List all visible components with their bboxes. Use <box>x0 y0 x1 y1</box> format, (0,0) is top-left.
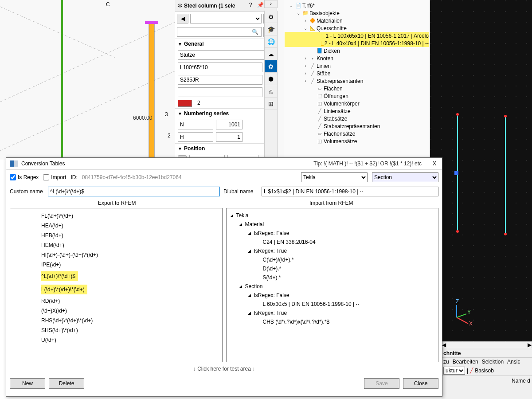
close-button[interactable]: Close <box>403 378 438 389</box>
import-checkbox[interactable]: Import <box>43 174 66 180</box>
list-item[interactable]: ^L(\d+)\*(\d+)$ <box>10 270 222 283</box>
tree-item[interactable]: ◢IsRegex: True <box>227 246 438 255</box>
export-list[interactable]: FL(\d+)\*(\d+)HEA(\d+)HEB(\d+)HEM(\d+)HI… <box>10 208 223 362</box>
tree-item[interactable]: ◢Material <box>227 220 438 229</box>
svg-text:C: C <box>106 1 110 8</box>
import-tree[interactable]: ◢Tekla◢Material◢IsRegex: FalseC24 | EN 3… <box>226 208 439 362</box>
nav-item[interactable]: ⌄📐Querschnitte <box>285 24 429 32</box>
num-lbl-1[interactable]: H <box>178 132 213 142</box>
dialog-close[interactable]: X <box>430 160 438 167</box>
tool-cube[interactable]: ⬢ <box>265 73 277 85</box>
nav-item[interactable]: 📘Dicken <box>285 47 429 55</box>
viewport-3d[interactable]: Z X Y <box>430 0 532 348</box>
nav-item[interactable]: ▱Flächensätze <box>285 130 429 137</box>
nav-item[interactable]: ›╱Linien <box>285 62 429 70</box>
list-item[interactable]: RD(\d+) <box>10 296 222 306</box>
type-select[interactable]: Section <box>372 172 438 182</box>
new-button[interactable]: New <box>10 378 45 389</box>
isregex-checkbox[interactable]: Is Regex <box>10 174 39 180</box>
nav-item[interactable]: ›╱Stäbe <box>285 70 429 77</box>
name-input[interactable] <box>178 50 274 60</box>
pin-icon[interactable]: 📌 <box>256 2 264 10</box>
list-item[interactable]: HEM(\d+) <box>10 240 222 250</box>
num-val-0[interactable]: 1001 <box>216 120 243 129</box>
nav-item[interactable]: ◫Volumenkörper <box>285 100 429 107</box>
tree-item[interactable]: ◢IsRegex: True <box>227 309 438 317</box>
tree-item[interactable]: ◢Section <box>227 282 438 291</box>
list-item[interactable]: FL(\d+)\*(\d+) <box>10 211 222 221</box>
tool-cloud[interactable]: ☁ <box>265 48 277 60</box>
menu-edit[interactable]: Bearbeiten <box>453 359 478 365</box>
profile-input[interactable] <box>178 63 262 72</box>
list-item[interactable]: L(\d+)\*(\d+)\*(\d+) <box>10 283 222 296</box>
navigator-tree[interactable]: ⌄📄T.rf6* ⌄📁Basisobjekte›🔶Materialien⌄📐Qu… <box>284 0 430 160</box>
tool-settings[interactable]: ⚙ <box>265 11 277 23</box>
nav-item[interactable]: ›🔶Materialien <box>285 17 429 24</box>
nav-item[interactable]: ›•Knoten <box>285 55 429 62</box>
tree-item[interactable]: L 60x30x5 | DIN EN 10056-1:1998-10 | -- <box>227 300 438 309</box>
nav-item[interactable]: ›╱Stabrepräsentanten <box>285 77 429 85</box>
list-item[interactable]: IPE(\d+) <box>10 260 222 270</box>
menu-zu[interactable]: zu <box>443 359 449 365</box>
help-icon[interactable]: ? <box>246 2 254 10</box>
list-item[interactable]: SHS(\d+)\*(\d+) <box>10 325 222 335</box>
svg-text:Y: Y <box>467 309 471 315</box>
num-val-1[interactable]: 1 <box>216 132 243 142</box>
tree-item[interactable]: ◢IsRegex: False <box>227 229 438 238</box>
menu-view[interactable]: Ansic <box>507 359 520 365</box>
tree-item[interactable]: D(\d+).* <box>227 264 438 273</box>
tool-globe[interactable]: 🌐 <box>265 35 277 48</box>
menu-sel[interactable]: Selektion <box>482 359 504 365</box>
nav-item[interactable]: ╱Stabsätze <box>285 115 429 122</box>
nav-item[interactable]: ╱Liniensätze <box>285 107 429 115</box>
nav-back-button[interactable]: ◀ <box>177 14 188 23</box>
list-item[interactable]: HEA(\d+) <box>10 221 222 231</box>
dim-label: 6000.00 <box>133 115 153 121</box>
tool-gear-active[interactable]: ✿ <box>265 60 277 73</box>
tool-grad[interactable]: 🎓 <box>265 23 277 35</box>
nav-item[interactable]: ╱Stabsatzrepräsentanten <box>285 122 429 130</box>
br-tab[interactable]: chnitte <box>442 349 532 358</box>
section-numbering[interactable]: Numbering series <box>175 108 277 118</box>
software-select[interactable]: Tekla <box>301 172 368 182</box>
nav-item[interactable]: ⌄📁Basisobjekte <box>285 9 429 17</box>
list-item[interactable]: RHS(\d+)\*(\d+)\*(\d+) <box>10 316 222 325</box>
tree-item[interactable]: ◢IsRegex: False <box>227 291 438 300</box>
chevron-right-icon[interactable]: › <box>264 0 278 8</box>
search-input[interactable] <box>177 27 249 36</box>
nav-item[interactable]: ⎿2 - L 40x40x4 | DIN EN 10056-1:1998-10 … <box>285 39 429 47</box>
tool-grid[interactable]: ⊞ <box>265 98 277 110</box>
color-swatch[interactable] <box>178 100 192 107</box>
dlubal-name-input[interactable] <box>262 187 438 196</box>
tree-item[interactable]: C(\d+)/(\d+).* <box>227 255 438 264</box>
nav-item[interactable]: ◫Volumensätze <box>285 137 429 145</box>
br-combo[interactable]: uktur <box>443 367 465 375</box>
tree-item[interactable]: CHS (\d*\.?\d*)x(\d*\.?\d*).*$ <box>227 317 438 326</box>
list-item[interactable]: U(\d+) <box>10 335 222 345</box>
tree-item[interactable]: ◢Tekla <box>227 211 438 220</box>
nav-item[interactable]: ⬚Öffnungen <box>285 92 429 100</box>
tree-item[interactable]: C24 | EN 338:2016-04 <box>227 238 438 246</box>
custom-name-label: Custom name <box>10 188 44 195</box>
list-item[interactable]: (\d+)X(\d+) <box>10 306 222 316</box>
hscroll[interactable]: ◀▶ <box>442 341 532 348</box>
section-position[interactable]: Position <box>175 143 277 153</box>
history-select[interactable] <box>190 14 262 23</box>
br-crumb[interactable]: Basisob <box>475 368 494 374</box>
nav-item[interactable]: ▱Flächen <box>285 85 429 92</box>
custom-name-input[interactable] <box>48 187 220 196</box>
save-button[interactable]: Save <box>364 378 399 389</box>
num-lbl-0[interactable]: N <box>178 120 213 129</box>
search-icon[interactable]: 🔍 <box>249 27 261 36</box>
test-area-hint[interactable]: ↓ Click here for test area ↓ <box>6 362 442 376</box>
material-input[interactable] <box>178 75 262 85</box>
delete-button[interactable]: Delete <box>49 378 84 389</box>
nav-root[interactable]: T.rf6* <box>302 3 315 9</box>
section-general[interactable]: General <box>175 39 277 49</box>
extra-input[interactable] <box>178 87 262 97</box>
nav-item[interactable]: ⎿1 - L 100x65x10 | EN 10056-1:2017 | Arc… <box>285 32 429 39</box>
tree-item[interactable]: S(\d+).* <box>227 273 438 282</box>
tool-branch[interactable]: ⎌ <box>265 85 277 98</box>
list-item[interactable]: HEB(\d+) <box>10 231 222 240</box>
list-item[interactable]: HI(\d+)-(\d+)-(\d+)\*(\d+) <box>10 250 222 260</box>
